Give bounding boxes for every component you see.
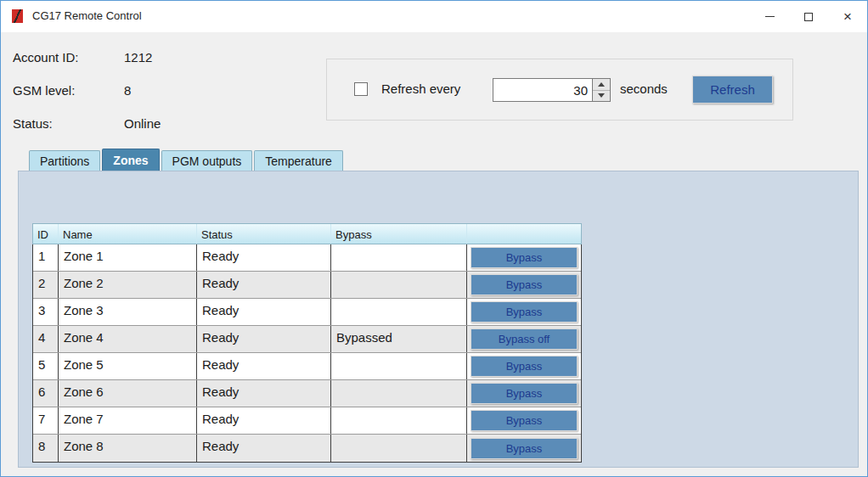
zone-id-cell: 1 xyxy=(33,244,59,271)
zone-bypass-cell xyxy=(331,299,467,325)
refresh-groupbox: Refresh every seconds Refresh xyxy=(326,59,793,121)
interval-input[interactable] xyxy=(493,78,592,102)
account-id-value: 1212 xyxy=(124,50,152,65)
zone-name-cell: Zone 2 xyxy=(59,272,197,298)
zone-name-cell: Zone 6 xyxy=(59,380,197,407)
spinner-buttons xyxy=(592,78,611,102)
bypass-button[interactable]: Bypass xyxy=(471,274,578,295)
zone-name-cell: Zone 7 xyxy=(59,407,197,434)
zone-bypass-cell xyxy=(331,272,467,298)
zone-action-cell: Bypass xyxy=(467,407,581,434)
arrow-down-icon xyxy=(598,93,605,98)
zone-action-cell: Bypass xyxy=(467,244,581,271)
interval-spinner xyxy=(493,78,611,102)
refresh-every-checkbox[interactable] xyxy=(354,82,368,96)
bypass-button[interactable]: Bypass xyxy=(471,301,578,323)
zone-status-cell: Ready xyxy=(197,407,331,434)
table-row: 1 Zone 1 Ready Bypass xyxy=(33,244,581,272)
gsm-level-row: GSM level: 8 xyxy=(13,83,112,98)
title-bar[interactable]: CG17 Remote Control × xyxy=(1,1,867,32)
table-row: 3 Zone 3 Ready Bypass xyxy=(33,299,581,326)
zone-status-cell: Ready xyxy=(197,380,331,407)
bypass-button[interactable]: Bypass xyxy=(471,247,578,268)
zone-bypass-cell xyxy=(331,380,467,407)
bypass-button[interactable]: Bypass xyxy=(471,383,578,404)
table-row: 4 Zone 4 Ready Bypassed Bypass off xyxy=(33,326,581,353)
account-id-row: Account ID: 1212 xyxy=(13,50,112,65)
tab-zones[interactable]: Zones xyxy=(102,149,159,171)
account-id-label: Account ID: xyxy=(13,50,112,65)
zone-name-cell: Zone 1 xyxy=(59,244,197,271)
app-window: CG17 Remote Control × Account ID: 1212 G… xyxy=(0,0,868,477)
zone-name-cell: Zone 4 xyxy=(59,326,197,352)
zone-bypass-cell: Bypassed xyxy=(331,326,467,352)
zone-bypass-cell xyxy=(331,244,467,271)
status-label: Status: xyxy=(13,116,112,131)
zone-action-cell: Bypass xyxy=(467,272,581,298)
zone-action-cell: Bypass xyxy=(467,380,581,407)
gsm-level-label: GSM level: xyxy=(13,83,112,98)
tab-temperature[interactable]: Temperature xyxy=(254,150,343,171)
zone-action-cell: Bypass xyxy=(467,299,581,325)
bypass-button[interactable]: Bypass xyxy=(471,410,578,431)
zone-action-cell: Bypass xyxy=(467,435,581,462)
minimize-button[interactable] xyxy=(750,1,789,32)
table-row: 6 Zone 6 Ready Bypass xyxy=(33,380,581,407)
header-id: ID xyxy=(33,224,59,244)
zone-id-cell: 7 xyxy=(33,407,59,434)
refresh-button[interactable]: Refresh xyxy=(692,76,773,104)
header-status: Status xyxy=(197,224,331,244)
zone-bypass-cell xyxy=(331,407,467,434)
app-icon xyxy=(12,9,23,23)
zone-bypass-cell xyxy=(331,353,467,379)
close-button[interactable]: × xyxy=(828,1,867,32)
maximize-icon xyxy=(804,13,813,21)
table-row: 8 Zone 8 Ready Bypass xyxy=(33,435,581,462)
seconds-label: seconds xyxy=(620,81,668,96)
header-name: Name xyxy=(59,224,197,244)
spinner-down-button[interactable] xyxy=(593,90,610,102)
gsm-level-value: 8 xyxy=(124,83,131,98)
spinner-up-button[interactable] xyxy=(593,79,610,90)
zone-status-cell: Ready xyxy=(197,244,331,271)
table-body: 1 Zone 1 Ready Bypass 2 Zone 2 Ready Byp… xyxy=(32,244,582,463)
refresh-every-label: Refresh every xyxy=(381,81,460,96)
zone-name-cell: Zone 3 xyxy=(59,299,197,325)
window-title: CG17 Remote Control xyxy=(32,9,142,22)
zone-status-cell: Ready xyxy=(197,326,331,352)
zone-id-cell: 4 xyxy=(33,326,59,352)
zones-table: ID Name Status Bypass 1 Zone 1 Ready Byp… xyxy=(32,223,582,463)
zone-status-cell: Ready xyxy=(197,272,331,298)
tab-pgm-outputs[interactable]: PGM outputs xyxy=(161,150,253,171)
zone-id-cell: 6 xyxy=(33,380,59,407)
bypass-button[interactable]: Bypass xyxy=(471,356,578,377)
table-header: ID Name Status Bypass xyxy=(32,223,582,244)
zone-bypass-cell xyxy=(331,435,467,462)
zone-name-cell: Zone 5 xyxy=(59,353,197,379)
zone-status-cell: Ready xyxy=(197,353,331,379)
tab-strip: Partitions Zones PGM outputs Temperature xyxy=(29,150,345,171)
table-row: 7 Zone 7 Ready Bypass xyxy=(33,407,581,435)
header-actions xyxy=(467,224,581,244)
zone-id-cell: 8 xyxy=(33,435,59,462)
zone-action-cell: Bypass off xyxy=(467,326,581,352)
bypass-button[interactable]: Bypass xyxy=(471,438,578,459)
table-row: 2 Zone 2 Ready Bypass xyxy=(33,272,581,299)
maximize-button[interactable] xyxy=(789,1,828,32)
status-value: Online xyxy=(124,116,161,131)
zone-status-cell: Ready xyxy=(197,435,331,462)
status-row: Status: Online xyxy=(13,116,112,131)
zone-action-cell: Bypass xyxy=(467,353,581,379)
zone-name-cell: Zone 8 xyxy=(59,435,197,462)
zone-status-cell: Ready xyxy=(197,299,331,325)
header-bypass: Bypass xyxy=(331,224,467,244)
bypass-button[interactable]: Bypass off xyxy=(471,328,578,350)
table-row: 5 Zone 5 Ready Bypass xyxy=(33,353,581,380)
arrow-up-icon xyxy=(598,82,605,87)
tab-partitions[interactable]: Partitions xyxy=(29,150,100,171)
window-controls: × xyxy=(750,1,867,32)
zone-id-cell: 2 xyxy=(33,272,59,298)
zones-tab-panel: ID Name Status Bypass 1 Zone 1 Ready Byp… xyxy=(18,171,859,468)
zone-id-cell: 3 xyxy=(33,299,59,325)
close-icon: × xyxy=(843,9,852,24)
